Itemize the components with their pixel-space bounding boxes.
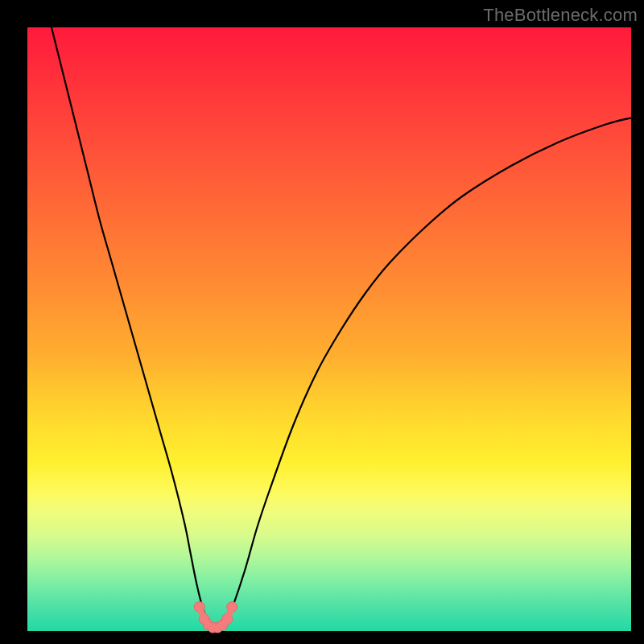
chart-svg	[27, 27, 631, 631]
plot-area	[27, 27, 631, 631]
chart-frame: TheBottleneck.com	[0, 0, 644, 644]
bottleneck-curve	[52, 27, 631, 629]
watermark-text: TheBottleneck.com	[483, 5, 638, 26]
